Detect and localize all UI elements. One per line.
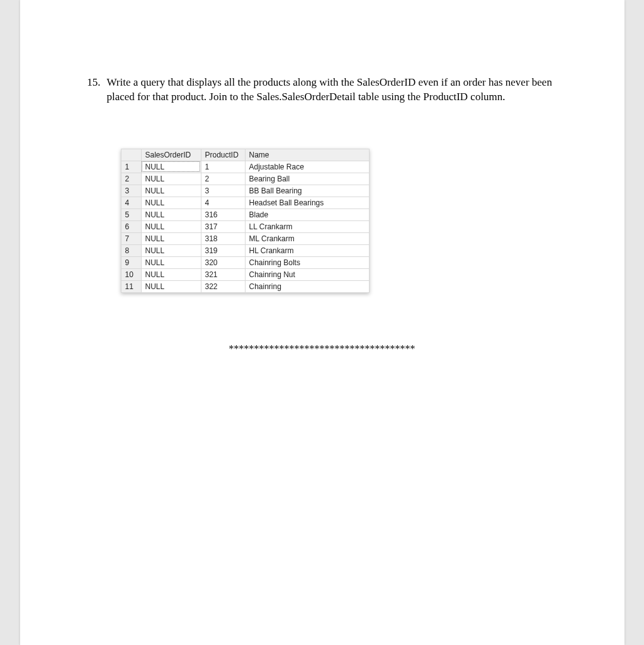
- grid-cell[interactable]: 316: [201, 208, 245, 220]
- grid-cell[interactable]: NULL: [141, 256, 201, 268]
- table-row[interactable]: 10NULL321Chainring Nut: [121, 268, 369, 280]
- grid-cell[interactable]: NULL: [141, 208, 201, 220]
- table-row[interactable]: 4NULL4Headset Ball Bearings: [121, 197, 369, 208]
- row-number[interactable]: 2: [121, 173, 141, 185]
- grid-cell[interactable]: 319: [201, 244, 245, 256]
- grid-cell[interactable]: NULL: [141, 173, 201, 185]
- table-row[interactable]: 11NULL322Chainring: [121, 280, 369, 292]
- grid-cell[interactable]: NULL: [141, 197, 201, 208]
- grid-cell[interactable]: BB Ball Bearing: [245, 185, 369, 197]
- table-row[interactable]: 8NULL319HL Crankarm: [121, 244, 369, 256]
- grid-cell[interactable]: NULL: [141, 244, 201, 256]
- grid-cell[interactable]: LL Crankarm: [245, 220, 369, 232]
- grid-cell[interactable]: Adjustable Race: [245, 161, 369, 173]
- grid-cell[interactable]: 321: [201, 268, 245, 280]
- grid-cell[interactable]: 320: [201, 256, 245, 268]
- table-row[interactable]: 2NULL2Bearing Ball: [121, 173, 369, 185]
- grid-cell[interactable]: ML Crankarm: [245, 232, 369, 244]
- table-row[interactable]: 7NULL318ML Crankarm: [121, 232, 369, 244]
- grid-corner: [121, 149, 141, 161]
- row-number[interactable]: 7: [121, 232, 141, 244]
- col-header-name[interactable]: Name: [245, 149, 369, 161]
- col-header-salesorderid[interactable]: SalesOrderID: [141, 149, 201, 161]
- row-number[interactable]: 11: [121, 280, 141, 292]
- grid-cell[interactable]: NULL: [141, 232, 201, 244]
- table-row[interactable]: 9NULL320Chainring Bolts: [121, 256, 369, 268]
- row-number[interactable]: 3: [121, 185, 141, 197]
- question-number: 15.: [83, 76, 101, 105]
- row-number[interactable]: 5: [121, 208, 141, 220]
- grid-cell[interactable]: 318: [201, 232, 245, 244]
- grid-cell[interactable]: Chainring: [245, 280, 369, 292]
- question-block: 15. Write a query that displays all the …: [83, 76, 562, 105]
- grid-cell[interactable]: Chainring Bolts: [245, 256, 369, 268]
- table-row[interactable]: 3NULL3BB Ball Bearing: [121, 185, 369, 197]
- row-number[interactable]: 1: [121, 161, 141, 173]
- table-row[interactable]: 6NULL317LL Crankarm: [121, 220, 369, 232]
- document-page: 15. Write a query that displays all the …: [20, 0, 624, 645]
- section-separator: *************************************: [83, 343, 562, 355]
- grid-cell[interactable]: Bearing Ball: [245, 173, 369, 185]
- grid-cell[interactable]: NULL: [141, 220, 201, 232]
- grid-cell[interactable]: 3: [201, 185, 245, 197]
- row-number[interactable]: 4: [121, 197, 141, 208]
- row-number[interactable]: 10: [121, 268, 141, 280]
- grid-cell[interactable]: 1: [201, 161, 245, 173]
- grid-cell[interactable]: 322: [201, 280, 245, 292]
- grid-cell[interactable]: 2: [201, 173, 245, 185]
- row-number[interactable]: 8: [121, 244, 141, 256]
- grid-cell[interactable]: NULL: [141, 268, 201, 280]
- grid-cell[interactable]: 317: [201, 220, 245, 232]
- results-grid: SalesOrderID ProductID Name 1NULL1Adjust…: [121, 149, 370, 293]
- row-number[interactable]: 9: [121, 256, 141, 268]
- grid-cell[interactable]: Chainring Nut: [245, 268, 369, 280]
- grid-cell[interactable]: Blade: [245, 208, 369, 220]
- grid-cell[interactable]: NULL: [141, 280, 201, 292]
- table-row[interactable]: 5NULL316Blade: [121, 208, 369, 220]
- grid-cell[interactable]: 4: [201, 197, 245, 208]
- grid-cell[interactable]: HL Crankarm: [245, 244, 369, 256]
- table-row[interactable]: 1NULL1Adjustable Race: [121, 161, 369, 173]
- grid-cell[interactable]: NULL: [141, 161, 201, 173]
- question-text: Write a query that displays all the prod…: [107, 76, 562, 105]
- col-header-productid[interactable]: ProductID: [201, 149, 245, 161]
- grid-cell[interactable]: Headset Ball Bearings: [245, 197, 369, 208]
- row-number[interactable]: 6: [121, 220, 141, 232]
- grid-cell[interactable]: NULL: [141, 185, 201, 197]
- grid-header-row: SalesOrderID ProductID Name: [121, 149, 369, 161]
